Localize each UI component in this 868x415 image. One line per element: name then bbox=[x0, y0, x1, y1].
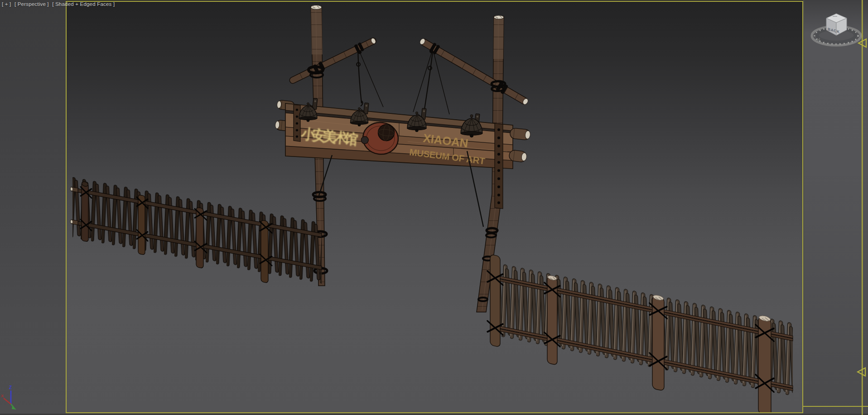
fence-left[interactable] bbox=[71, 176, 322, 293]
scene-3d-model[interactable]: 小安美术馆 XIAOAN MUSEUM OF ART bbox=[71, 5, 793, 415]
clipping-slider-line[interactable] bbox=[862, 0, 863, 415]
viewport-canvas[interactable]: 小安美术馆 XIAOAN MUSEUM OF ART bbox=[0, 0, 868, 415]
sign-batten bbox=[294, 105, 300, 142]
fence-right[interactable] bbox=[487, 254, 793, 415]
gate-left-brace[interactable] bbox=[288, 36, 379, 87]
axis-x-label: X bbox=[1, 394, 4, 398]
world-axis-tripod: Z X bbox=[1, 385, 16, 410]
viewport-general-menu[interactable]: [ + ] bbox=[2, 1, 11, 7]
rope-lashings bbox=[309, 67, 505, 301]
viewcube[interactable]: N W BACK bbox=[812, 14, 864, 45]
clipping-handle-far[interactable] bbox=[858, 368, 865, 376]
hanging-cables bbox=[357, 49, 449, 115]
gate-right-brace[interactable] bbox=[418, 36, 530, 107]
viewport-shading-menu[interactable]: [ Shaded + Edged Faces ] bbox=[52, 1, 115, 7]
viewport-pov-menu[interactable]: [ Perspective ] bbox=[14, 1, 49, 7]
clipping-bottom-line bbox=[803, 406, 868, 407]
viewport-overlay: 小安美术馆 XIAOAN MUSEUM OF ART bbox=[0, 0, 868, 415]
viewport-clipping-manipulator[interactable] bbox=[803, 0, 868, 415]
axis-y-arrowhead bbox=[12, 405, 16, 410]
viewport-label: [ + ] [ Perspective ] [ Shaded + Edged F… bbox=[2, 1, 116, 7]
sign-beam-end bbox=[510, 128, 531, 141]
sign-batten bbox=[495, 123, 503, 209]
axis-z-label: Z bbox=[9, 385, 12, 390]
